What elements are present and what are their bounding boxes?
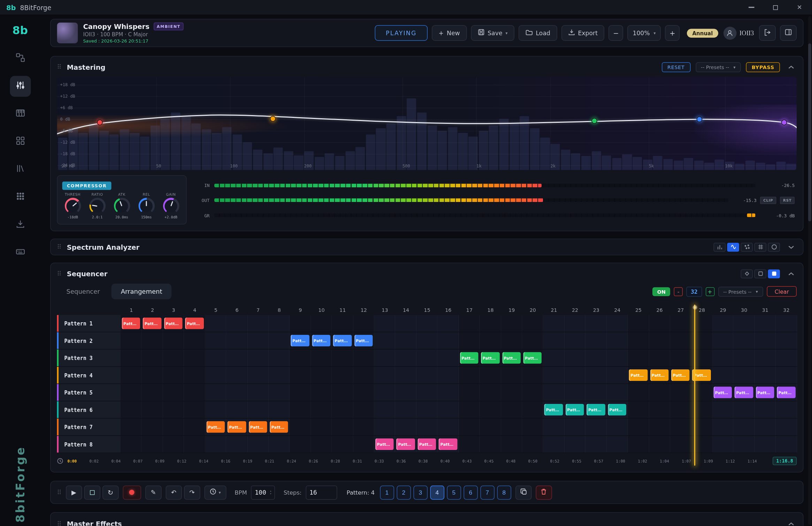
grid-cell[interactable] [670, 436, 691, 453]
grid-cell[interactable] [184, 401, 205, 418]
grid-cell[interactable] [585, 350, 607, 366]
grid-cell[interactable] [332, 384, 353, 401]
grid-cell[interactable] [121, 367, 142, 384]
grid-cell[interactable] [142, 332, 163, 349]
zoom-level-select[interactable]: 100%▾ [627, 25, 661, 41]
grid-cell[interactable] [184, 384, 205, 401]
grid-cell[interactable] [543, 367, 565, 384]
eq-node-high-mid[interactable] [696, 117, 702, 122]
panel-toggle-button[interactable] [780, 25, 797, 41]
grid-cell[interactable] [585, 436, 607, 453]
grid-cell[interactable] [459, 401, 480, 418]
grid-cell[interactable] [374, 315, 396, 332]
grid-cell[interactable] [396, 367, 417, 384]
grid-cell[interactable] [607, 332, 628, 349]
pattern-block[interactable]: Pattern 3 [481, 352, 499, 364]
grid-cell[interactable] [438, 350, 459, 366]
grid-cell[interactable] [205, 436, 227, 453]
grid-cell[interactable] [522, 384, 544, 401]
length-decrease-button[interactable]: - [674, 287, 683, 296]
play-button[interactable]: ▶ [66, 485, 82, 499]
grid-cell[interactable] [290, 367, 311, 384]
grid-cell[interactable] [585, 315, 607, 332]
grid-cell[interactable] [585, 367, 607, 384]
pattern-select-6[interactable]: 6 [464, 485, 478, 499]
grid-cell[interactable] [522, 419, 544, 435]
pattern-select-2[interactable]: 2 [397, 485, 411, 499]
grid-cell[interactable]: Pattern 4 [649, 367, 670, 384]
grid-cell[interactable] [459, 332, 480, 349]
grid-cell[interactable] [501, 367, 522, 384]
grid-cell[interactable] [691, 315, 713, 332]
edit-button[interactable]: ✎ [145, 485, 162, 499]
grid-cell[interactable] [332, 350, 353, 366]
grid-cell[interactable] [396, 315, 417, 332]
grid-cell[interactable] [607, 384, 628, 401]
grid-cell[interactable] [311, 436, 332, 453]
grid-cell[interactable] [311, 384, 332, 401]
grid-cell[interactable] [227, 367, 248, 384]
grid-cell[interactable] [332, 367, 353, 384]
pattern-block[interactable]: Pattern 3 [523, 352, 542, 364]
grid-cell[interactable] [184, 436, 205, 453]
grid-cell[interactable] [353, 401, 374, 418]
grid-cell[interactable] [670, 332, 691, 349]
grid-cell[interactable] [247, 367, 269, 384]
grid-cell[interactable] [776, 419, 797, 435]
grid-cell[interactable] [670, 419, 691, 435]
grid-cell[interactable] [628, 332, 649, 349]
grid-cell[interactable] [205, 367, 227, 384]
grid-cell[interactable]: Pattern 3 [522, 350, 544, 366]
grid-cell[interactable] [522, 367, 544, 384]
grid-cell[interactable] [691, 332, 713, 349]
grid-cell[interactable] [607, 315, 628, 332]
grid-cell[interactable] [227, 315, 248, 332]
sidebar-item-mastering[interactable] [10, 76, 31, 97]
eq-node-mid[interactable] [591, 118, 597, 124]
grid-cell[interactable] [543, 350, 565, 366]
grid-cell[interactable] [184, 419, 205, 435]
grid-cell[interactable]: Pattern 3 [480, 350, 501, 366]
grid-cell[interactable] [776, 315, 797, 332]
sidebar-item-download[interactable] [10, 215, 31, 235]
grid-cell[interactable] [142, 384, 163, 401]
grid-cell[interactable] [754, 350, 776, 366]
clear-button[interactable]: Clear [767, 286, 797, 297]
pattern-block[interactable]: Pattern 8 [439, 438, 457, 450]
grid-cell[interactable] [754, 436, 776, 453]
grid-cell[interactable] [163, 436, 184, 453]
grid-cell[interactable] [776, 332, 797, 349]
grid-cell[interactable] [396, 401, 417, 418]
grid-cell[interactable] [776, 367, 797, 384]
grid-cell[interactable] [649, 315, 670, 332]
grid-cell[interactable] [374, 332, 396, 349]
steps-input[interactable]: 16 [306, 485, 337, 499]
grid-cell[interactable] [269, 384, 290, 401]
grid-cell[interactable] [628, 419, 649, 435]
grid-cell[interactable] [501, 332, 522, 349]
grid-cell[interactable] [670, 315, 691, 332]
pattern-block[interactable]: Pattern 8 [397, 438, 415, 450]
user-menu[interactable]: IOII3 [723, 27, 754, 40]
grid-cell[interactable] [353, 350, 374, 366]
reset-button[interactable]: RESET [662, 62, 690, 72]
grid-cell[interactable] [691, 401, 713, 418]
bypass-button[interactable]: BYPASS [746, 62, 780, 72]
grid-cell[interactable] [353, 384, 374, 401]
grid-cell[interactable] [501, 419, 522, 435]
collapse-chevron-icon[interactable] [785, 522, 797, 526]
tab-sequencer[interactable]: Sequencer [57, 284, 109, 299]
pattern-block[interactable]: Pattern 4 [650, 369, 668, 381]
grid-cell[interactable] [142, 367, 163, 384]
grid-cell[interactable] [712, 315, 734, 332]
grid-cell[interactable] [163, 350, 184, 366]
eq-node-low[interactable] [97, 120, 103, 126]
view-circle-button[interactable] [768, 242, 780, 251]
grid-cell[interactable] [311, 315, 332, 332]
grid-cell[interactable] [565, 436, 586, 453]
grid-cell[interactable] [227, 332, 248, 349]
grid-cell[interactable] [480, 419, 501, 435]
grid-cell[interactable] [247, 436, 269, 453]
grid-cell[interactable] [754, 401, 776, 418]
view-grid-button[interactable] [754, 242, 767, 251]
